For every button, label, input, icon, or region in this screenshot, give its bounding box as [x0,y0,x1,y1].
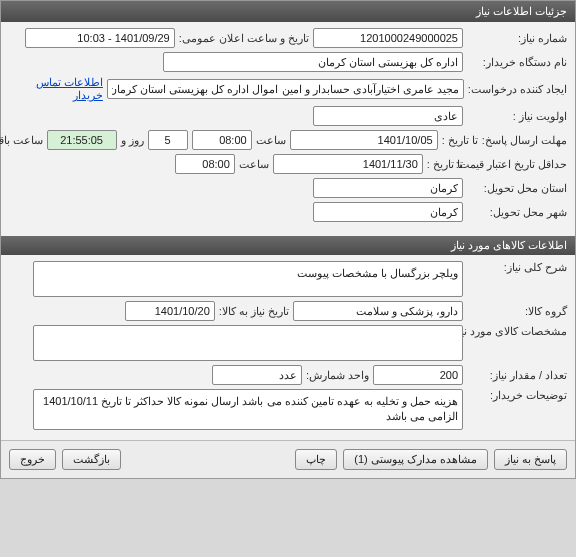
desc-field[interactable]: ویلچر بزرگسال با مشخصات پیوست [33,261,463,297]
delivery-city-label: شهر محل تحویل: [467,206,567,219]
attachments-button[interactable]: مشاهده مدارک پیوستی (1) [343,449,488,470]
to-date-label-2: تا تاریخ : [427,158,463,171]
unit-label: واحد شمارش: [306,369,369,382]
window-title: جزئیات اطلاعات نیاز [476,5,567,17]
window-titlebar: جزئیات اطلاعات نیاز [1,1,575,22]
group-field[interactable] [293,301,463,321]
need-info-section: شماره نیاز: تاریخ و ساعت اعلان عمومی: نا… [1,22,575,232]
spacer [127,449,289,470]
to-date-label-1: تا تاریخ : [442,134,478,147]
need-number-label: شماره نیاز: [467,32,567,45]
spec-label: مشخصات کالای مورد نیاز: [467,325,567,338]
buyer-notes-label: توضیحات خریدار: [467,389,567,402]
need-date-field[interactable] [125,301,215,321]
days-and-label: روز و [121,134,144,147]
back-button[interactable]: بازگشت [62,449,121,470]
price-validity-date-field[interactable] [273,154,423,174]
exit-button[interactable]: خروج [9,449,56,470]
announce-label: تاریخ و ساعت اعلان عمومی: [179,32,309,45]
desc-label: شرح کلی نیاز: [467,261,567,274]
hour-label-2: ساعت [239,158,269,171]
goods-section-header: اطلاعات کالاهای مورد نیاز [1,236,575,255]
qty-field[interactable] [373,365,463,385]
delivery-city-field[interactable] [313,202,463,222]
reply-hour-field[interactable] [192,130,252,150]
goods-info-section: شرح کلی نیاز: ویلچر بزرگسال با مشخصات پی… [1,255,575,440]
time-remaining-field [47,130,117,150]
qty-label: تعداد / مقدار نیاز: [467,369,567,382]
delivery-province-field[interactable] [313,178,463,198]
unit-field[interactable] [212,365,302,385]
priority-label: اولویت نیاز : [467,110,567,123]
creator-field[interactable] [107,79,464,99]
contact-buyer-link[interactable]: اطلاعات تماس خریدار [9,76,103,102]
delivery-province-label: استان محل تحویل: [467,182,567,195]
button-bar: پاسخ به نیاز مشاهده مدارک پیوستی (1) چاپ… [1,440,575,478]
price-validity-label: حداقل تاریخ اعتبار قیمت: [467,158,567,171]
remaining-label: ساعت باقی مانده [0,134,43,147]
days-remaining-field [148,130,188,150]
buyer-field[interactable] [163,52,463,72]
reply-deadline-label: مهلت ارسال پاسخ: [482,134,567,147]
need-number-field[interactable] [313,28,463,48]
spec-field[interactable] [33,325,463,361]
print-button[interactable]: چاپ [295,449,337,470]
goods-header-text: اطلاعات کالاهای مورد نیاز [451,239,567,251]
window: جزئیات اطلاعات نیاز شماره نیاز: تاریخ و … [0,0,576,479]
price-validity-hour-field[interactable] [175,154,235,174]
reply-button[interactable]: پاسخ به نیاز [494,449,567,470]
announce-datetime-field[interactable] [25,28,175,48]
group-label: گروه کالا: [467,305,567,318]
reply-date-field[interactable] [290,130,438,150]
creator-label: ایجاد کننده درخواست: [468,83,567,96]
priority-field[interactable] [313,106,463,126]
hour-label-1: ساعت [256,134,286,147]
buyer-notes-field[interactable]: هزینه حمل و تخلیه به عهده تامین کننده می… [33,389,463,430]
buyer-label: نام دستگاه خریدار: [467,56,567,69]
need-date-label: تاریخ نیاز به کالا: [219,305,289,318]
